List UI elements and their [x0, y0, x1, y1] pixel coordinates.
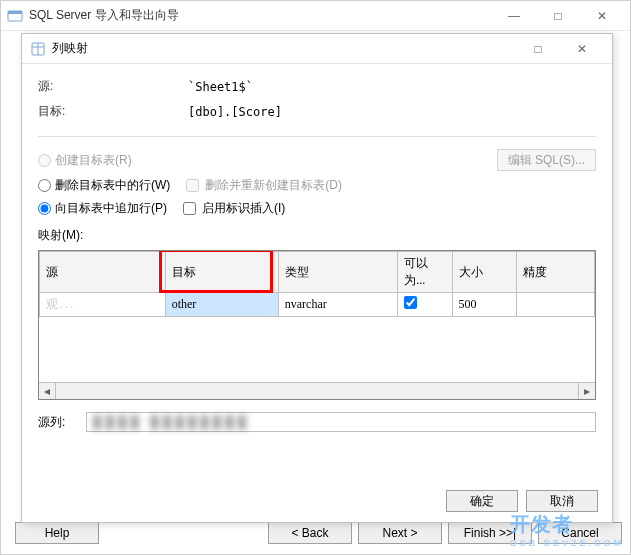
- drop-recreate-label: 删除并重新创建目标表(D): [205, 177, 342, 194]
- wizard-window: SQL Server 导入和导出向导 — □ ✕ Help < Back Nex…: [0, 0, 631, 555]
- drop-recreate-checkbox: [186, 179, 199, 192]
- delete-rows-label: 删除目标表中的行(W): [55, 177, 170, 194]
- help-button[interactable]: Help: [15, 522, 99, 544]
- append-rows-label: 向目标表中追加行(P): [55, 200, 167, 217]
- append-rows-radio[interactable]: [38, 202, 51, 215]
- nullable-checkbox[interactable]: [404, 296, 417, 309]
- mapping-label: 映射(M):: [38, 227, 596, 244]
- cell-size[interactable]: 500: [452, 293, 517, 317]
- identity-insert-label: 启用标识插入(I): [202, 200, 285, 217]
- target-value: [dbo].[Score]: [188, 105, 282, 119]
- ok-button[interactable]: 确定: [446, 490, 518, 512]
- cell-nullable[interactable]: [398, 293, 452, 317]
- dialog-close-button[interactable]: ✕: [560, 35, 604, 63]
- cancel-dialog-button[interactable]: 取消: [526, 490, 598, 512]
- source-column-value: ████ ████████: [86, 412, 596, 432]
- dialog-icon: [30, 41, 46, 57]
- cancel-button[interactable]: Cancel: [538, 522, 622, 544]
- back-button[interactable]: < Back: [268, 522, 352, 544]
- mapping-table-wrap: 源 目标 类型 可以为... 大小 精度 观... other nvarchar: [38, 250, 596, 400]
- dialog-titlebar: 列映射 □ ✕: [22, 34, 612, 64]
- header-size[interactable]: 大小: [452, 252, 517, 293]
- create-table-radio: [38, 154, 51, 167]
- scroll-left-button[interactable]: ◂: [39, 382, 56, 399]
- wizard-button-bar: Help < Back Next > Finish >>| Cancel: [9, 522, 622, 544]
- close-button[interactable]: ✕: [580, 2, 624, 30]
- next-button[interactable]: Next >: [358, 522, 442, 544]
- app-icon: [7, 8, 23, 24]
- scroll-right-button[interactable]: ▸: [578, 382, 595, 399]
- source-column-label: 源列:: [38, 414, 86, 431]
- source-value: `Sheet1$`: [188, 80, 253, 94]
- mapping-table[interactable]: 源 目标 类型 可以为... 大小 精度 观... other nvarchar: [39, 251, 595, 317]
- wizard-titlebar: SQL Server 导入和导出向导 — □ ✕: [1, 1, 630, 31]
- header-target[interactable]: 目标: [165, 252, 278, 293]
- delete-rows-radio[interactable]: [38, 179, 51, 192]
- wizard-title: SQL Server 导入和导出向导: [29, 7, 492, 24]
- header-precision[interactable]: 精度: [517, 252, 595, 293]
- dialog-title: 列映射: [52, 40, 516, 57]
- target-label: 目标:: [38, 103, 188, 120]
- source-label: 源:: [38, 78, 188, 95]
- dialog-maximize-button[interactable]: □: [516, 35, 560, 63]
- scroll-track[interactable]: [56, 382, 578, 399]
- cell-source[interactable]: 观...: [40, 293, 166, 317]
- header-source[interactable]: 源: [40, 252, 166, 293]
- column-mapping-dialog: 列映射 □ ✕ 源: `Sheet1$` 目标: [dbo].[Score] 创…: [21, 33, 613, 523]
- cell-precision[interactable]: [517, 293, 595, 317]
- cell-target[interactable]: other: [165, 293, 278, 317]
- identity-insert-checkbox[interactable]: [183, 202, 196, 215]
- edit-sql-button: 编辑 SQL(S)...: [497, 149, 596, 171]
- finish-button[interactable]: Finish >>|: [448, 522, 532, 544]
- table-row[interactable]: 观... other nvarchar 500: [40, 293, 595, 317]
- header-nullable[interactable]: 可以为...: [398, 252, 452, 293]
- create-table-label: 创建目标表(R): [55, 152, 132, 169]
- minimize-button[interactable]: —: [492, 2, 536, 30]
- cell-type[interactable]: nvarchar: [278, 293, 397, 317]
- maximize-button[interactable]: □: [536, 2, 580, 30]
- header-type[interactable]: 类型: [278, 252, 397, 293]
- svg-rect-1: [8, 11, 22, 14]
